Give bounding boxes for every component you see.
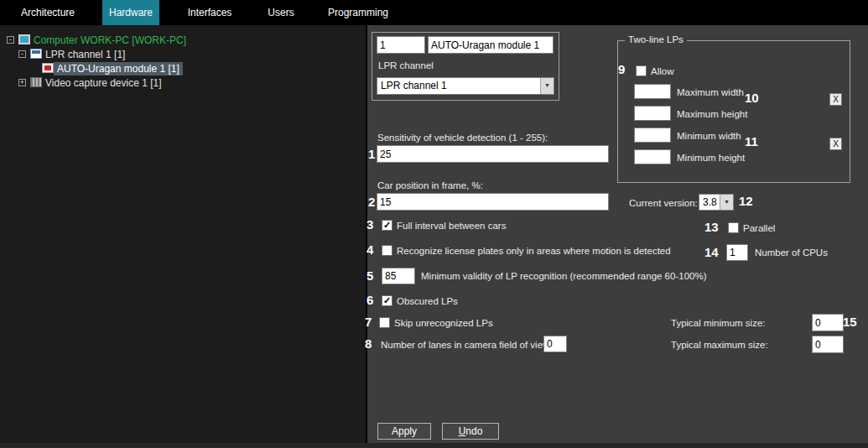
typical-min-size-field[interactable] [812, 314, 844, 331]
cpus-label: Number of CPUs [755, 247, 828, 258]
tab-programming[interactable]: Programming [320, 0, 396, 25]
lpr-channel-select[interactable]: LPR channel 1 ▼ [377, 77, 554, 95]
tab-users[interactable]: Users [257, 0, 305, 25]
tab-architecture[interactable]: Architecture [12, 0, 84, 25]
full-interval-label: Full interval between cars [397, 220, 506, 232]
chevron-down-icon[interactable]: ▼ [720, 195, 733, 210]
cpus-field[interactable] [726, 244, 748, 261]
annotation-1: 1 [368, 147, 375, 161]
tree-row-computer: - Computer WORK-PC [WORK-PC] [0, 34, 366, 48]
min-width-field[interactable] [634, 128, 671, 143]
max-height-label: Maximum height [677, 108, 747, 120]
hardware-tree-panel: - Computer WORK-PC [WORK-PC] - LPR chann… [0, 25, 366, 443]
recognize-motion-label: Recognize license plates only in areas w… [397, 245, 671, 257]
annotation-6: 6 [366, 293, 373, 307]
annotation-15: 15 [843, 315, 857, 329]
expander-video-capture[interactable]: + [18, 79, 26, 86]
current-version-selected-value: 3.8 [703, 195, 717, 210]
bottom-status-strip [0, 443, 868, 448]
obscured-lps-checkbox[interactable]: ✓ [382, 295, 392, 306]
lpr-channel-label: LPR channel [378, 60, 434, 71]
annotation-2: 2 [368, 195, 375, 209]
typical-min-size-label: Typical minimum size: [671, 317, 765, 329]
chevron-down-icon[interactable]: ▼ [540, 78, 554, 94]
apply-button[interactable]: Apply [377, 423, 431, 440]
typical-max-size-label: Typical maximum size: [671, 339, 768, 351]
undo-label-rest: ndo [465, 425, 482, 437]
two-line-lps-title: Two-line LPs [625, 34, 687, 44]
tree-row-video-capture: + Video capture device 1 [1] [0, 76, 366, 91]
parallel-checkbox[interactable] [728, 222, 739, 233]
skip-unrecognized-label: Skip unrecognized LPs [394, 317, 493, 329]
annotation-12: 12 [739, 194, 753, 208]
application-window: Architecture Hardware Interfaces Users P… [0, 0, 868, 448]
annotation-10: 10 [745, 91, 759, 105]
max-size-clear-button[interactable]: X [829, 93, 842, 106]
max-height-field[interactable] [634, 106, 671, 121]
annotation-11: 11 [745, 134, 758, 148]
max-width-label: Maximum width [677, 86, 744, 98]
tree-item-video-capture[interactable]: Video capture device 1 [1] [45, 77, 162, 89]
lpr-channel-selected-value: LPR channel 1 [381, 78, 447, 94]
tree-item-uragan-module[interactable]: AUTO-Uragan module 1 [1] [54, 62, 183, 76]
allow-checkbox[interactable] [636, 65, 647, 76]
obscured-lps-label: Obscured LPs [397, 295, 458, 307]
car-position-field[interactable] [377, 193, 609, 211]
recognize-motion-checkbox[interactable] [382, 245, 392, 256]
annotation-3: 3 [366, 217, 373, 232]
annotation-8: 8 [365, 336, 372, 351]
uragan-module-icon [42, 63, 54, 73]
current-version-label: Current version: [629, 197, 698, 209]
sensitivity-field[interactable] [377, 145, 609, 163]
tree-row-uragan-module: AUTO-Uragan module 1 [1] [0, 62, 366, 76]
annotation-5: 5 [366, 268, 373, 283]
parallel-label: Parallel [743, 222, 775, 234]
annotation-7: 7 [365, 315, 372, 329]
lpr-channel-icon [30, 49, 42, 59]
current-version-select[interactable]: 3.8 ▼ [699, 194, 734, 211]
two-line-lps-group: Two-line LPs Allow Maximum width Maximum… [617, 40, 850, 183]
skip-unrecognized-checkbox[interactable] [379, 317, 390, 328]
min-size-clear-button[interactable]: X [829, 138, 842, 150]
tree-item-computer[interactable]: Computer WORK-PC [WORK-PC] [34, 34, 186, 46]
undo-accelerator: U [459, 425, 466, 437]
lanes-field[interactable] [543, 336, 567, 352]
annotation-14: 14 [704, 245, 719, 259]
main-tab-bar: Architecture Hardware Interfaces Users P… [0, 0, 868, 25]
tab-hardware[interactable]: Hardware [102, 0, 159, 25]
tree-item-lpr-channel[interactable]: LPR channel 1 [1] [45, 49, 125, 60]
computer-icon [18, 34, 30, 44]
full-interval-checkbox[interactable]: ✓ [382, 220, 392, 231]
tab-interfaces[interactable]: Interfaces [176, 0, 243, 25]
module-name-field[interactable] [428, 36, 554, 54]
expander-lpr-channel[interactable]: - [18, 50, 26, 58]
allow-label: Allow [651, 65, 673, 77]
max-width-field[interactable] [634, 84, 671, 99]
annotation-4: 4 [366, 242, 373, 257]
tree-row-lpr-channel: - LPR channel 1 [1] [0, 48, 366, 62]
module-settings-panel: LPR channel LPR channel 1 ▼ Sensitivity … [367, 25, 868, 443]
min-validity-label: Minimum validity of LP recognition (reco… [421, 270, 706, 282]
typical-max-size-field[interactable] [812, 336, 844, 353]
min-width-label: Minimum width [677, 130, 741, 142]
expander-computer[interactable]: - [7, 36, 14, 44]
min-height-label: Minimum height [677, 152, 745, 164]
video-capture-icon [30, 77, 42, 87]
annotation-13: 13 [704, 220, 719, 234]
sensitivity-label: Sensitivity of vehicle detection (1 - 25… [377, 132, 548, 143]
lanes-label: Number of lanes in camera field of view: [381, 339, 553, 351]
min-height-field[interactable] [634, 149, 671, 164]
min-validity-field[interactable] [382, 268, 415, 284]
module-id-field[interactable] [377, 36, 425, 54]
undo-button[interactable]: Undo [442, 423, 499, 440]
car-position-label: Car position in frame, %: [377, 180, 483, 191]
annotation-9: 9 [618, 62, 625, 76]
